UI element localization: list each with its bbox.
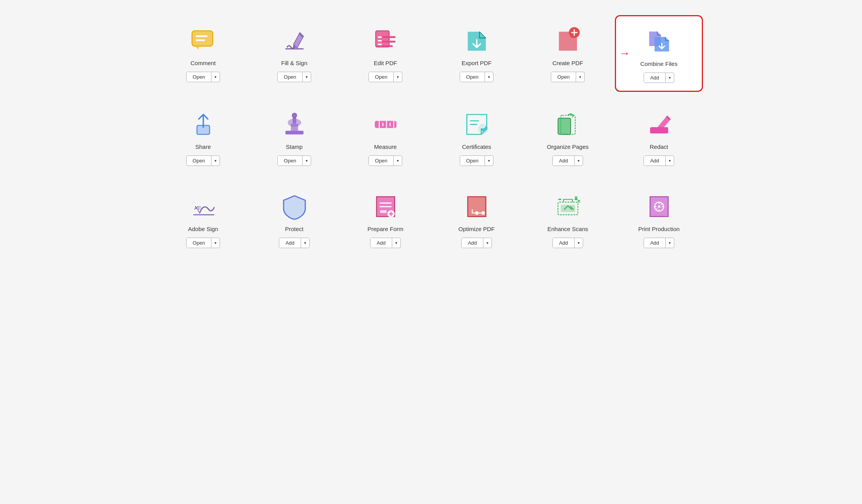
prepare-form-btn-main[interactable]: Add — [370, 238, 392, 248]
svg-point-53 — [658, 205, 660, 208]
adobe-sign-btn-main[interactable]: Open — [187, 238, 212, 248]
redact-btn-row: Add▾ — [644, 155, 674, 166]
tool-card-adobe-sign: ✕ ℓ Adobe SignOpen▾ — [159, 181, 247, 256]
organize-pages-btn-dropdown[interactable]: ▾ — [575, 157, 583, 165]
svg-rect-34 — [558, 118, 571, 135]
fill-sign-btn-row: Open▾ — [277, 72, 312, 82]
enhance-scans-icon — [554, 193, 582, 220]
svg-text:ℓ: ℓ — [197, 204, 201, 214]
create-pdf-btn-dropdown[interactable]: ▾ — [576, 73, 584, 81]
print-production-btn-row: Add▾ — [644, 238, 674, 248]
prepare-form-btn-row: Add▾ — [370, 238, 401, 248]
enhance-scans-btn-row: Add▾ — [552, 238, 583, 248]
export-pdf-label: Export PDF — [462, 60, 492, 66]
protect-btn-dropdown[interactable]: ▾ — [301, 239, 309, 247]
share-btn-row: Open▾ — [186, 155, 220, 166]
protect-btn-main[interactable]: Add — [279, 238, 301, 248]
combine-files-btn-dropdown[interactable]: ▾ — [666, 74, 674, 82]
enhance-scans-btn-main[interactable]: Add — [553, 238, 575, 248]
edit-pdf-btn-main[interactable]: Open — [369, 72, 394, 82]
protect-label: Protect — [285, 226, 304, 232]
prepare-form-icon — [372, 193, 399, 220]
svg-point-46 — [475, 211, 478, 215]
adobe-sign-icon: ✕ ℓ — [190, 193, 217, 220]
optimize-pdf-btn-main[interactable]: Add — [462, 238, 483, 248]
enhance-scans-btn-dropdown[interactable]: ▾ — [575, 239, 583, 247]
stamp-btn-dropdown[interactable]: ▾ — [303, 157, 311, 165]
organize-pages-label: Organize Pages — [547, 143, 589, 150]
tool-card-comment: CommentOpen▾ — [159, 16, 247, 91]
organize-pages-btn-main[interactable]: Add — [553, 156, 575, 166]
tool-card-print-production: Print ProductionAdd▾ — [615, 181, 703, 256]
fill-sign-btn-main[interactable]: Open — [278, 72, 303, 82]
print-production-btn-main[interactable]: Add — [644, 238, 666, 248]
measure-btn-row: Open▾ — [369, 155, 403, 166]
share-btn-main[interactable]: Open — [187, 156, 212, 166]
svg-point-30 — [478, 124, 487, 133]
create-pdf-btn-main[interactable]: Open — [551, 72, 576, 82]
svg-rect-19 — [285, 131, 303, 134]
tool-card-export-pdf: Export PDFOpen▾ — [433, 16, 520, 91]
certificates-btn-main[interactable]: Open — [460, 156, 485, 166]
certificates-btn-row: Open▾ — [460, 155, 494, 166]
redact-icon — [646, 111, 673, 138]
tool-card-enhance-scans: Enhance ScansAdd▾ — [524, 181, 611, 256]
certificates-btn-dropdown[interactable]: ▾ — [485, 157, 493, 165]
edit-pdf-label: Edit PDF — [374, 60, 397, 66]
edit-pdf-btn-dropdown[interactable]: ▾ — [394, 73, 402, 81]
stamp-label: Stamp — [286, 143, 303, 150]
print-production-icon — [646, 193, 673, 220]
export-pdf-btn-row: Open▾ — [460, 72, 494, 82]
redact-label: Redact — [650, 143, 668, 150]
combine-files-btn-row: Add▾ — [644, 72, 674, 83]
redact-btn-main[interactable]: Add — [644, 156, 666, 166]
edit-pdf-icon — [372, 27, 399, 54]
comment-btn-dropdown[interactable]: ▾ — [211, 73, 220, 81]
optimize-pdf-icon — [463, 193, 490, 220]
measure-icon — [372, 111, 399, 138]
comment-btn-main[interactable]: Open — [187, 72, 212, 82]
svg-rect-24 — [375, 121, 396, 128]
arrow-indicator: → — [619, 47, 630, 60]
comment-label: Comment — [190, 60, 216, 66]
export-pdf-icon — [463, 27, 490, 54]
svg-point-23 — [292, 113, 297, 118]
svg-rect-0 — [192, 31, 213, 46]
fill-sign-icon — [281, 27, 308, 54]
create-pdf-label: Create PDF — [552, 60, 583, 66]
fill-sign-btn-dropdown[interactable]: ▾ — [303, 73, 311, 81]
prepare-form-label: Prepare Form — [367, 226, 403, 232]
tools-grid: CommentOpen▾ Fill & SignOpen▾ Edit PDFOp… — [159, 16, 703, 256]
tool-card-measure: MeasureOpen▾ — [342, 99, 429, 174]
comment-btn-row: Open▾ — [186, 72, 220, 82]
tool-card-edit-pdf: Edit PDFOpen▾ — [342, 16, 429, 91]
optimize-pdf-btn-row: Add▾ — [461, 238, 492, 248]
share-btn-dropdown[interactable]: ▾ — [211, 157, 220, 165]
prepare-form-btn-dropdown[interactable]: ▾ — [392, 239, 400, 247]
export-pdf-btn-dropdown[interactable]: ▾ — [485, 73, 493, 81]
tool-card-optimize-pdf: Optimize PDFAdd▾ — [433, 181, 520, 256]
share-icon — [190, 111, 217, 138]
print-production-btn-dropdown[interactable]: ▾ — [666, 239, 674, 247]
tool-card-fill-sign: Fill & SignOpen▾ — [251, 16, 338, 91]
combine-files-btn-main[interactable]: Add — [644, 73, 666, 83]
protect-icon — [281, 193, 308, 220]
measure-btn-main[interactable]: Open — [369, 156, 394, 166]
tool-card-stamp: StampOpen▾ — [251, 99, 338, 174]
edit-pdf-btn-row: Open▾ — [369, 72, 403, 82]
stamp-btn-row: Open▾ — [277, 155, 312, 166]
print-production-label: Print Production — [638, 226, 680, 232]
svg-rect-22 — [293, 117, 296, 123]
tool-card-create-pdf: → Create PDFOpen▾ — [524, 16, 611, 91]
adobe-sign-btn-dropdown[interactable]: ▾ — [211, 239, 220, 247]
certificates-icon — [463, 111, 490, 138]
measure-btn-dropdown[interactable]: ▾ — [394, 157, 402, 165]
export-pdf-btn-main[interactable]: Open — [460, 72, 485, 82]
stamp-btn-main[interactable]: Open — [278, 156, 303, 166]
tool-card-prepare-form: Prepare FormAdd▾ — [342, 181, 429, 256]
svg-rect-6 — [376, 31, 389, 47]
optimize-pdf-btn-dropdown[interactable]: ▾ — [483, 239, 492, 247]
svg-marker-4 — [195, 46, 199, 50]
tool-card-share: ShareOpen▾ — [159, 99, 247, 174]
redact-btn-dropdown[interactable]: ▾ — [666, 157, 674, 165]
